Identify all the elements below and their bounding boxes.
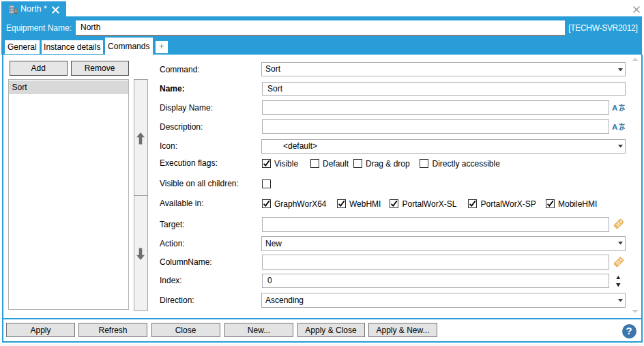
svg-text:A: A [612,123,617,131]
svg-text:A: A [612,104,617,112]
